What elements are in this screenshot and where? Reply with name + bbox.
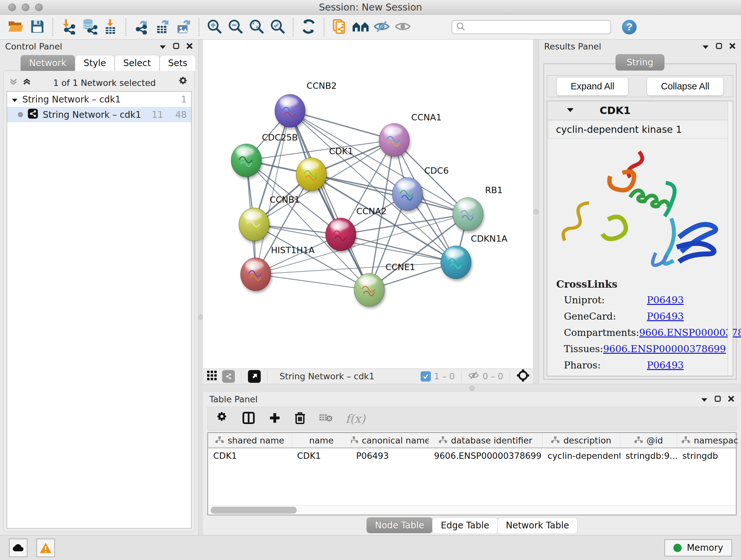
tab-style[interactable]: Style <box>75 55 115 71</box>
crosslink-link[interactable]: 9606.ENSP00000378699 <box>639 327 741 338</box>
zoom-out-button[interactable] <box>225 17 246 37</box>
export-image-button[interactable] <box>173 17 194 37</box>
delete-table-icon[interactable] <box>319 412 333 425</box>
memory-button[interactable]: Memory <box>664 539 732 557</box>
tab-sets[interactable]: Sets <box>159 55 196 71</box>
grid-view-icon[interactable] <box>206 370 218 383</box>
import-table-file-button[interactable] <box>100 17 121 37</box>
edge-ccna1-cdc25b[interactable] <box>246 140 394 160</box>
table-row[interactable]: CDK1CDK1P064939606.ENSP00000378699cyclin… <box>208 448 736 463</box>
panel-close-button[interactable] <box>186 42 193 51</box>
maximize-window-button[interactable] <box>35 3 43 11</box>
export-table-button[interactable] <box>152 17 173 37</box>
network-node-CCNA1[interactable]: CCNA1 <box>379 112 441 157</box>
column-header-database-identifier[interactable]: database identifier <box>429 433 542 448</box>
import-network-file-button[interactable] <box>58 17 79 37</box>
show-all-button[interactable] <box>392 17 413 37</box>
tab-network-table[interactable]: Network Table <box>497 517 578 533</box>
tab-network[interactable]: Network <box>20 55 75 71</box>
tab-edge-table[interactable]: Edge Table <box>432 517 498 533</box>
splitter-handle[interactable] <box>533 209 538 214</box>
birdseye-navigator-icon[interactable] <box>516 369 530 384</box>
column-header-name[interactable]: name <box>292 433 351 448</box>
collapse-all-networks-icon[interactable] <box>9 78 17 88</box>
save-session-button[interactable] <box>27 17 48 37</box>
column-header-@id[interactable]: @id <box>620 433 677 448</box>
protein-section-header[interactable]: CDK1 <box>547 101 733 120</box>
panel-menu-button[interactable] <box>159 42 166 51</box>
crosslink-link[interactable]: P06493 <box>647 311 684 322</box>
tab-select[interactable]: Select <box>115 55 159 71</box>
network-badge-icon[interactable] <box>222 370 235 383</box>
table-cell[interactable]: cyclin-dependent ... <box>542 448 620 463</box>
table-cell[interactable]: P06493 <box>351 448 429 463</box>
tab-node-table[interactable]: Node Table <box>366 517 433 533</box>
network-canvas[interactable]: CCNB2CCNA1CDC25BCDK1CDC6RB1CCNB1CCNA2CDK… <box>203 40 533 368</box>
network-row-selected[interactable]: String Network – cdk1 11 48 <box>7 107 191 122</box>
panel-float-button[interactable] <box>716 42 723 51</box>
network-node-CCNB1[interactable]: CCNB1 <box>239 195 300 241</box>
table-settings-gear-icon[interactable] <box>216 412 229 426</box>
cloud-button[interactable] <box>9 539 27 557</box>
network-from-selection-button[interactable] <box>329 17 350 37</box>
column-header-shared-name[interactable]: shared name <box>208 433 292 448</box>
hide-selected-button[interactable] <box>371 17 392 37</box>
warnings-button[interactable] <box>37 539 55 557</box>
edge-cdk1-rb1[interactable] <box>312 174 468 214</box>
open-session-button[interactable] <box>6 17 27 37</box>
splitter-handle[interactable] <box>198 314 203 320</box>
table-cell[interactable]: CDK1 <box>292 448 351 463</box>
table-cell[interactable]: CDK1 <box>208 448 292 463</box>
table-horizontal-scrollbar[interactable] <box>208 505 736 515</box>
panel-close-button[interactable] <box>729 42 736 51</box>
panel-float-button[interactable] <box>714 394 721 404</box>
panel-menu-button[interactable] <box>702 42 709 51</box>
network-node-CCNE1[interactable]: CCNE1 <box>354 262 415 307</box>
column-header-description[interactable]: description <box>542 433 620 448</box>
crosslink-link[interactable]: P06493 <box>647 294 684 306</box>
search-input[interactable] <box>469 22 607 32</box>
export-network-button[interactable] <box>131 17 152 37</box>
import-network-database-button[interactable] <box>79 17 100 37</box>
close-window-button[interactable] <box>8 3 16 11</box>
horizontal-splitter[interactable] <box>203 384 741 392</box>
edge-hist1h1a-ccne1[interactable] <box>256 274 369 290</box>
panel-menu-button[interactable] <box>701 394 708 404</box>
splitter-handle[interactable] <box>469 386 475 391</box>
help-button[interactable]: ? <box>622 20 636 35</box>
column-header-namespac[interactable]: namespac <box>677 433 741 448</box>
network-node-RB1[interactable]: RB1 <box>453 185 503 231</box>
column-header-canonical-name[interactable]: canonical name <box>351 433 429 448</box>
collapse-all-button[interactable]: Collapse All <box>647 77 724 96</box>
vertical-splitter-right[interactable] <box>533 40 539 384</box>
hidden-eye-slash-icon[interactable] <box>468 371 479 382</box>
function-builder-fx-icon[interactable]: f(x) <box>346 412 365 425</box>
detach-view-icon[interactable] <box>248 370 261 383</box>
zoom-selected-button[interactable] <box>267 17 288 37</box>
table-cell[interactable]: stringdb:9... <box>620 448 677 463</box>
network-node-CDC6[interactable]: CDC6 <box>392 166 449 211</box>
minimize-window-button[interactable] <box>22 3 29 11</box>
zoom-fit-button[interactable] <box>246 17 267 37</box>
show-columns-icon[interactable] <box>242 411 256 426</box>
tab-string[interactable]: String <box>616 54 665 71</box>
results-scrollbar[interactable] <box>728 101 733 376</box>
delete-trash-icon[interactable] <box>294 411 306 426</box>
collection-expand-icon[interactable] <box>11 94 18 105</box>
gear-icon[interactable] <box>178 76 189 89</box>
table-cell[interactable]: stringdb <box>677 448 741 463</box>
table-cell[interactable]: 9606.ENSP00000378699 <box>429 448 542 463</box>
crosslink-link[interactable]: P06493 <box>647 360 684 371</box>
create-column-plus-icon[interactable] <box>268 412 281 426</box>
scrollbar-thumb[interactable] <box>211 507 297 514</box>
panel-float-button[interactable] <box>173 42 180 51</box>
vertical-splitter-left[interactable] <box>199 40 203 535</box>
expand-all-networks-icon[interactable] <box>23 78 31 88</box>
network-collection-row[interactable]: String Network – cdk1 1 <box>7 91 191 107</box>
expand-all-button[interactable]: Expand All <box>556 77 629 96</box>
first-neighbors-button[interactable] <box>350 17 371 37</box>
zoom-in-button[interactable] <box>204 17 225 37</box>
network-node-CDKN1A[interactable]: CDKN1A <box>441 234 508 279</box>
panel-close-button[interactable] <box>728 394 735 404</box>
section-collapse-icon[interactable] <box>566 107 574 114</box>
